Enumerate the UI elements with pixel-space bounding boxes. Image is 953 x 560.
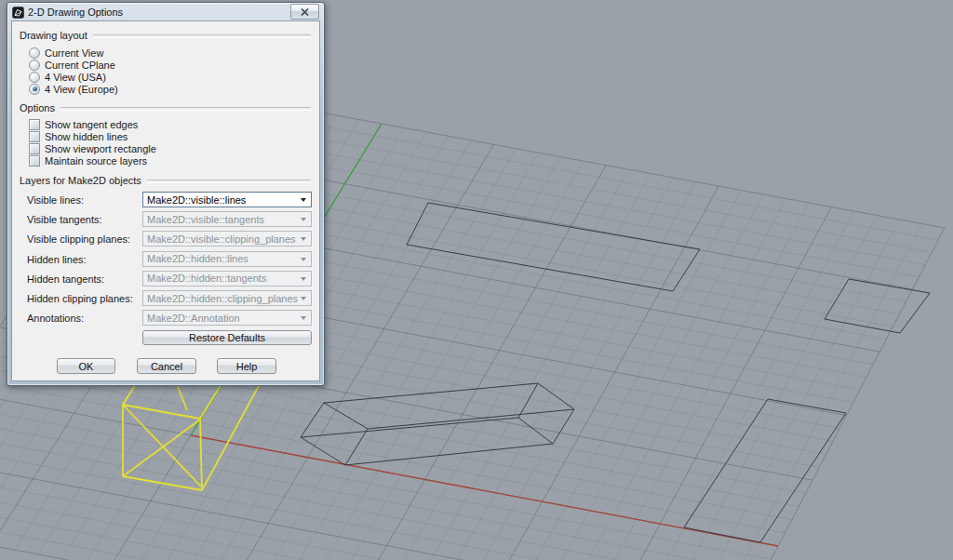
radio-label: 4 View (USA) <box>45 72 106 83</box>
dialog-title: 2-D Drawing Options <box>28 7 123 18</box>
checkbox-icon-maintain-source-layers[interactable] <box>29 155 40 167</box>
dialog-titlebar[interactable]: 2-D Drawing Options <box>9 4 322 20</box>
layer-label: Visible tangents: <box>27 214 102 225</box>
help-button[interactable]: Help <box>217 358 276 374</box>
checkbox-icon-show-hidden-lines[interactable] <box>29 131 40 142</box>
dropdown-value: Make2D::visible::clipping_planes <box>147 233 296 245</box>
radio-label: Current View <box>45 47 103 59</box>
close-button[interactable] <box>290 4 319 20</box>
dropdown-visible-tangents: Make2D::visible::tangents <box>142 211 312 227</box>
radio-icon-4-view-usa[interactable] <box>29 72 40 83</box>
group-label: Drawing layout <box>20 30 87 41</box>
dropdown-annotations: Make2D::Annotation <box>142 310 312 326</box>
drawing-layout-radio-group: Current ViewCurrent CPlane4 View (USA)4 … <box>29 47 312 95</box>
dropdown-value: Make2D::hidden::clipping_planes <box>147 293 298 304</box>
group-header-drawing-layout: Drawing layout <box>20 30 311 41</box>
layer-row-visible-clipping-planes: Visible clipping planes:Make2D::visible:… <box>12 231 319 247</box>
dropdown-visible-clipping-planes: Make2D::visible::clipping_planes <box>142 231 312 247</box>
radio-icon-current-view[interactable] <box>29 47 40 59</box>
chevron-down-icon <box>301 277 306 281</box>
layer-label: Hidden clipping planes: <box>27 293 133 304</box>
radio-label: 4 View (Europe) <box>45 84 118 95</box>
radio-icon-current-cplane[interactable] <box>29 60 40 71</box>
cancel-button[interactable]: Cancel <box>137 358 196 374</box>
radio-option-current-cplane[interactable]: Current CPlane <box>29 59 312 71</box>
make2d-dialog-icon <box>12 6 24 18</box>
checkbox-option-maintain-source-layers[interactable]: Maintain source layers <box>29 154 312 167</box>
checkbox-label: Show tangent edges <box>45 119 138 130</box>
layer-row-visible-tangents: Visible tangents:Make2D::visible::tangen… <box>12 211 319 228</box>
layer-row-hidden-clipping-planes: Hidden clipping planes:Make2D::hidden::c… <box>12 290 319 307</box>
layer-label: Hidden tangents: <box>27 273 104 285</box>
radio-icon-4-view-europe[interactable] <box>29 84 40 95</box>
checkbox-option-show-hidden-lines[interactable]: Show hidden lines <box>29 130 312 142</box>
dropdown-visible-lines[interactable]: Make2D::visible::lines <box>142 192 312 207</box>
options-checkbox-group: Show tangent edgesShow hidden linesShow … <box>29 118 312 167</box>
group-label: Layers for Make2D objects <box>20 175 141 186</box>
checkbox-option-show-tangent-edges[interactable]: Show tangent edges <box>29 118 312 130</box>
layer-row-visible-lines: Visible lines:Make2D::visible::lines <box>12 192 319 208</box>
radio-option-4-view-europe[interactable]: 4 View (Europe) <box>29 83 312 95</box>
dropdown-value: Make2D::Annotation <box>147 313 240 324</box>
dropdown-value: Make2D::visible::tangents <box>147 214 264 225</box>
checkbox-label: Show viewport rectangle <box>45 143 156 154</box>
dropdown-value: Make2D::hidden::tangents <box>147 273 266 284</box>
restore-defaults-button[interactable]: Restore Defaults <box>142 330 312 345</box>
divider <box>147 180 311 183</box>
layer-label: Visible clipping planes: <box>27 233 130 245</box>
chevron-down-icon <box>301 297 306 300</box>
dialog-2d-drawing-options: 2-D Drawing Options Drawing layout Curre… <box>7 2 325 386</box>
checkbox-icon-show-tangent-edges[interactable] <box>29 119 40 130</box>
chevron-down-icon <box>301 258 306 261</box>
ok-button[interactable]: OK <box>57 358 115 374</box>
group-label: Options <box>20 102 55 113</box>
divider <box>93 34 311 38</box>
layer-label: Annotations: <box>27 313 84 324</box>
chevron-down-icon <box>301 198 306 202</box>
rhino-viewport-window: 2-D Drawing Options Drawing layout Curre… <box>0 0 953 560</box>
radio-option-current-view[interactable]: Current View <box>29 47 312 59</box>
checkbox-label: Maintain source layers <box>45 155 147 167</box>
radio-label: Current CPlane <box>45 60 115 71</box>
layer-row-annotations: Annotations:Make2D::Annotation <box>12 310 319 327</box>
chevron-down-icon <box>301 218 306 221</box>
group-header-options: Options <box>20 102 311 113</box>
group-header-layers: Layers for Make2D objects <box>20 175 311 186</box>
close-icon <box>301 8 309 16</box>
layer-row-hidden-tangents: Hidden tangents:Make2D::hidden::tangents <box>12 271 319 287</box>
layer-row-hidden-lines: Hidden lines:Make2D::hidden::lines <box>12 251 319 268</box>
layer-label: Hidden lines: <box>27 254 87 265</box>
dropdown-hidden-tangents: Make2D::hidden::tangents <box>142 271 312 287</box>
checkbox-label: Show hidden lines <box>45 131 128 142</box>
chevron-down-icon <box>301 316 306 320</box>
chevron-down-icon <box>301 237 306 241</box>
dropdown-hidden-clipping-planes: Make2D::hidden::clipping_planes <box>142 290 312 306</box>
dialog-client-area: Drawing layout Current ViewCurrent CPlan… <box>11 20 320 381</box>
layer-label: Visible lines: <box>27 194 84 206</box>
checkbox-icon-show-viewport-rectangle[interactable] <box>29 143 40 154</box>
dropdown-value: Make2D::visible::lines <box>147 194 246 206</box>
radio-option-4-view-usa[interactable]: 4 View (USA) <box>29 71 312 83</box>
checkbox-option-show-viewport-rectangle[interactable]: Show viewport rectangle <box>29 142 312 154</box>
divider <box>60 107 311 111</box>
dropdown-value: Make2D::hidden::lines <box>147 253 248 264</box>
dropdown-hidden-lines: Make2D::hidden::lines <box>142 251 312 267</box>
